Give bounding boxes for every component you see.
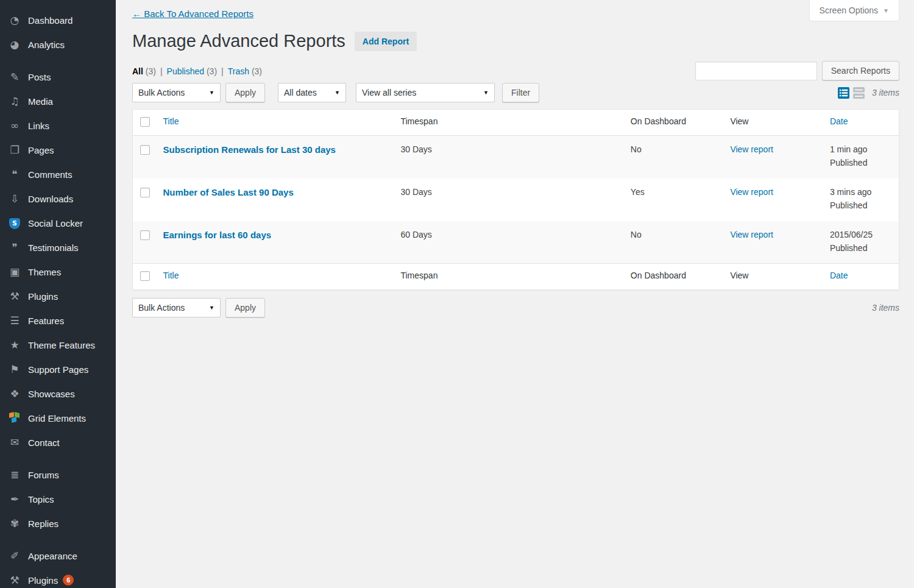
sidebar-item-appearance[interactable]: ✐ Appearance [0, 544, 116, 568]
view-report-link[interactable]: View report [730, 144, 773, 154]
sidebar-item-contact[interactable]: ✉ Contact [0, 430, 116, 455]
search-input[interactable] [695, 62, 817, 80]
column-header-date[interactable]: Date [824, 110, 899, 136]
column-footer-date[interactable]: Date [824, 264, 899, 290]
sidebar-item-label: Features [28, 316, 64, 326]
sidebar-item-plugins[interactable]: ⚒ Plugins [0, 284, 116, 308]
screen-options-label: Screen Options [820, 5, 879, 15]
select-all-checkbox[interactable] [140, 271, 150, 281]
sidebar-item-label: Pages [28, 145, 54, 155]
sidebar-item-forums[interactable]: ≣ Forums [0, 462, 116, 487]
pages-icon: ❐ [7, 145, 22, 155]
grid-blocks-icon [7, 412, 22, 425]
sidebar-item-comments[interactable]: ❝ Comments [0, 162, 116, 186]
sidebar-separator [0, 536, 116, 544]
filter-all-link[interactable]: All (3) [132, 66, 156, 76]
bulk-actions-select[interactable]: Bulk Actions ▼ [132, 83, 221, 102]
view-mode-switcher [838, 87, 865, 99]
dropdown-caret-icon: ▼ [335, 90, 340, 96]
page-title: Manage Advanced Reports [132, 32, 345, 51]
sidebar-item-topics[interactable]: ✒ Topics [0, 487, 116, 511]
column-header-on-dashboard: On Dashboard [625, 110, 724, 136]
report-title-link[interactable]: Earnings for last 60 days [163, 230, 272, 240]
screen-options-button[interactable]: Screen Options ▼ [809, 0, 899, 21]
on-dashboard-cell: No [625, 221, 724, 264]
dropdown-caret-icon: ▼ [483, 90, 489, 96]
bulk-actions-value: Bulk Actions [138, 303, 185, 313]
add-report-button[interactable]: Add Report [355, 32, 417, 51]
sidebar-item-grid-elements[interactable]: Grid Elements [0, 406, 116, 430]
sidebar-item-dashboard[interactable]: ◔ Dashboard [0, 8, 116, 32]
date-cell: 3 mins ago Published [824, 179, 899, 221]
sidebar-item-social-locker[interactable]: S Social Locker [0, 211, 116, 235]
view-report-link[interactable]: View report [730, 187, 773, 197]
view-report-link[interactable]: View report [730, 230, 773, 239]
sidebar-item-replies[interactable]: ✾ Replies [0, 511, 116, 536]
list-view-icon[interactable] [838, 87, 849, 99]
search-reports-form: Search Reports [695, 61, 899, 80]
sidebar-item-posts[interactable]: ✎ Posts [0, 65, 116, 89]
report-title-link[interactable]: Subscription Renewals for Last 30 days [163, 144, 336, 155]
series-filter-select[interactable]: View all series ▼ [356, 83, 495, 102]
sidebar-item-media[interactable]: ♫ Media [0, 89, 116, 113]
sidebar-item-plugins-2[interactable]: ⚒ Plugins 6 [0, 568, 116, 588]
plug-icon: ⚒ [7, 575, 22, 586]
sidebar-item-features[interactable]: ☰ Features [0, 308, 116, 333]
sidebar-item-label: Plugins [28, 575, 58, 586]
dropdown-caret-icon: ▼ [209, 305, 214, 311]
main-content: Screen Options ▼ ← Back To Advanced Repo… [116, 0, 914, 588]
date-relative: 3 mins ago [830, 187, 893, 197]
back-to-advanced-reports-link[interactable]: ← Back To Advanced Reports [132, 9, 253, 19]
search-reports-button[interactable]: Search Reports [822, 61, 899, 80]
sidebar-item-pages[interactable]: ❐ Pages [0, 138, 116, 162]
dashboard-icon: ◔ [7, 15, 22, 26]
chain-link-icon: ∞ [7, 121, 22, 131]
shield-icon: S [7, 217, 22, 229]
media-icon: ♫ [7, 96, 22, 107]
sidebar-item-analytics[interactable]: ◕ Analytics [0, 32, 116, 57]
select-all-checkbox[interactable] [140, 117, 150, 127]
row-checkbox[interactable] [140, 230, 150, 240]
sidebar-item-testimonials[interactable]: ❞ Testimonials [0, 235, 116, 260]
chevron-down-icon: ▼ [883, 7, 889, 14]
column-header-title[interactable]: Title [157, 110, 395, 136]
sidebar-item-support-pages[interactable]: ⚑ Support Pages [0, 357, 116, 381]
row-checkbox[interactable] [140, 145, 150, 155]
award-ribbon-icon: ❖ [7, 389, 22, 399]
sidebar-item-downloads[interactable]: ⇩ Downloads [0, 186, 116, 211]
items-count: 3 items [872, 88, 899, 97]
column-footer-title[interactable]: Title [157, 264, 395, 290]
timespan-cell: 30 Days [394, 136, 624, 179]
filter-trash-link[interactable]: Trash (3) [228, 66, 262, 76]
on-dashboard-cell: Yes [625, 179, 724, 221]
filter-all-label: All [132, 66, 143, 76]
apply-button[interactable]: Apply [225, 83, 265, 102]
date-cell: 1 min ago Published [824, 136, 899, 179]
table-toolbar-bottom: Bulk Actions ▼ Apply 3 items [132, 298, 899, 317]
bee-icon: ✾ [7, 519, 22, 529]
dropdown-caret-icon: ▼ [209, 90, 214, 96]
sidebar-separator [0, 57, 116, 65]
status-label: Published [830, 243, 893, 253]
table-header-row: Title Timespan On Dashboard View Date [133, 110, 899, 136]
dates-filter-select[interactable]: All dates ▼ [278, 83, 346, 102]
filter-published-link[interactable]: Published (3) [167, 66, 218, 76]
report-title-link[interactable]: Number of Sales Last 90 Days [163, 187, 294, 197]
row-checkbox[interactable] [140, 188, 150, 197]
column-header-view: View [724, 110, 824, 136]
sidebar-item-themes[interactable]: ▣ Themes [0, 260, 116, 284]
sidebar-item-showcases[interactable]: ❖ Showcases [0, 381, 116, 406]
sidebar-item-links[interactable]: ∞ Links [0, 113, 116, 138]
excerpt-view-icon[interactable] [853, 87, 865, 99]
sidebar-item-label: Forums [28, 470, 59, 480]
column-header-timespan: Timespan [394, 110, 624, 136]
envelope-icon: ✉ [7, 437, 22, 448]
paintbrush-icon: ✐ [7, 551, 22, 561]
sidebar-item-label: Grid Elements [28, 413, 86, 423]
bulk-actions-select-bottom[interactable]: Bulk Actions ▼ [132, 298, 221, 317]
filter-button[interactable]: Filter [502, 83, 539, 102]
sidebar-item-theme-features[interactable]: ★ Theme Features [0, 333, 116, 357]
quote-bubbles-icon: ❞ [7, 243, 22, 253]
apply-button-bottom[interactable]: Apply [225, 298, 265, 317]
sidebar-item-label: Comments [28, 169, 73, 180]
